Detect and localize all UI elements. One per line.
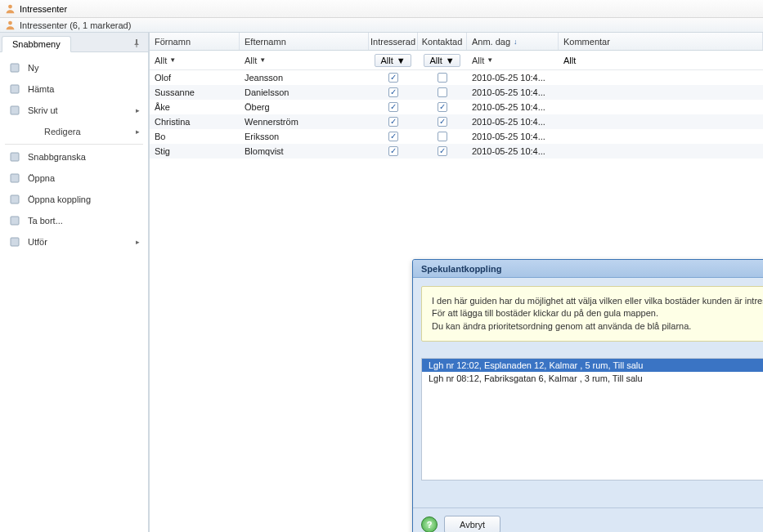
fetch-icon — [8, 83, 21, 96]
info-line: För att lägga till bostäder klickar du p… — [432, 307, 763, 320]
svg-rect-4 — [11, 106, 19, 114]
pin-icon[interactable] — [128, 37, 145, 51]
list-item[interactable]: Lgh nr 08:12, Fabriksgatan 6, Kalmar , 3… — [422, 372, 763, 385]
svg-rect-2 — [11, 64, 19, 72]
checkbox-intresserad[interactable] — [388, 117, 398, 127]
sidebar-item-label: Snabbgranska — [28, 152, 86, 162]
checkbox-intresserad[interactable] — [388, 87, 398, 97]
cell — [559, 121, 763, 123]
sidebar-item-label: Ny — [28, 63, 38, 73]
checkbox-intresserad[interactable] — [388, 102, 398, 112]
filter-kontaktad[interactable]: Allt▼ — [424, 54, 460, 67]
sidebar-item-label: Öppna — [28, 173, 55, 183]
help-icon[interactable]: ? — [421, 516, 438, 533]
cell: Åke — [150, 101, 240, 113]
submenu-arrow-icon: ▸ — [136, 238, 140, 246]
checkbox-kontaktad[interactable] — [438, 117, 447, 127]
table-row[interactable]: BoEriksson2010-05-25 10:4... — [150, 129, 763, 144]
sidebar-item-label: Hämta — [28, 84, 54, 94]
sidebar-item--ppna-koppling[interactable]: Öppna koppling — [0, 189, 148, 210]
col-header-efternamn[interactable]: Efternamn — [240, 33, 369, 50]
submenu-arrow-icon: ▸ — [136, 127, 140, 136]
info-line: Du kan ändra prioritetsordning genom att… — [432, 320, 763, 333]
checkbox-kontaktad[interactable] — [438, 102, 447, 112]
sidebar-menu: NyHämtaSkriv ut▸Redigera▸SnabbgranskaÖpp… — [0, 52, 148, 257]
checkbox-intresserad[interactable] — [388, 132, 398, 141]
cell — [559, 106, 763, 108]
checkbox-kontaktad[interactable] — [438, 146, 447, 156]
checkbox-intresserad[interactable] — [388, 73, 398, 83]
sidebar-item-snabbgranska[interactable]: Snabbgranska — [0, 146, 148, 168]
cell — [559, 77, 763, 78]
tab-snabbmeny[interactable]: Snabbmeny — [2, 36, 71, 52]
filter-kommentar[interactable] — [563, 56, 757, 65]
sidebar-item-redigera[interactable]: Redigera▸ — [0, 121, 148, 142]
sidebar-item-label: Öppna koppling — [28, 194, 91, 204]
window-subtitle: Intressenter (6, 1 markerad) — [20, 20, 131, 30]
table-row[interactable]: StigBlomqvist2010-05-25 10:4... — [150, 144, 763, 159]
document-icon — [8, 61, 21, 74]
dialog-list[interactable]: Lgh nr 12:02, Esplanaden 12, Kalmar , 5 … — [421, 358, 763, 481]
dialog-footer: ? Avbryt Slutför — [413, 507, 763, 532]
dialog-info: I den här guiden har du möjlighet att vä… — [421, 286, 763, 342]
col-header-kontaktad[interactable]: Kontaktad — [418, 33, 467, 50]
cell: Blomqvist — [240, 145, 369, 157]
cell — [369, 87, 418, 98]
cell: Wennerström — [240, 116, 369, 127]
print-icon — [8, 104, 21, 117]
svg-rect-9 — [11, 238, 19, 246]
sidebar-item--ppna[interactable]: Öppna — [0, 168, 148, 189]
list-item[interactable]: Lgh nr 12:02, Esplanaden 12, Kalmar , 5 … — [422, 359, 763, 372]
dialog-spekulantkoppling: Spekulantkoppling ✕ I den här guiden har… — [412, 259, 763, 532]
svg-rect-5 — [11, 153, 19, 161]
checkbox-kontaktad[interactable] — [438, 73, 447, 83]
submenu-arrow-icon: ▸ — [136, 106, 140, 114]
cell — [418, 116, 467, 127]
cell: Olof — [150, 72, 240, 83]
cell — [418, 145, 467, 157]
grid-filter-row: Allt▼ Allt▼ Allt▼ Allt▼ Allt▼ — [150, 51, 763, 70]
cell: Christina — [150, 116, 240, 127]
cell: 2010-05-25 10:4... — [467, 72, 559, 83]
checkbox-intresserad[interactable] — [388, 146, 398, 156]
cell: 2010-05-25 10:4... — [467, 131, 559, 142]
person-icon — [5, 20, 16, 30]
table-row[interactable]: OlofJeansson2010-05-25 10:4... — [150, 70, 763, 85]
execute-icon — [8, 235, 21, 248]
sidebar-item-utf-r[interactable]: Utför▸ — [0, 231, 148, 253]
info-line: I den här guiden har du möjlighet att vä… — [432, 295, 763, 307]
filter-efternamn[interactable]: Allt▼ — [245, 56, 266, 65]
table-row[interactable]: SussanneDanielsson2010-05-25 10:4... — [150, 85, 763, 100]
cell: Bo — [150, 131, 240, 142]
col-header-intresserad[interactable]: Intresserad — [369, 33, 418, 50]
sidebar-tabs: Snabbmeny — [0, 33, 148, 52]
cancel-button[interactable]: Avbryt — [444, 516, 500, 533]
window-subtitle-bar: Intressenter (6, 1 markerad) — [0, 18, 763, 33]
col-header-anm-dag[interactable]: Anm. dag↓ — [467, 33, 559, 50]
grid-area: Förnamn Efternamn Intresserad Kontaktad … — [149, 33, 763, 532]
filter-fornamn[interactable]: Allt▼ — [155, 56, 176, 65]
col-header-fornamn[interactable]: Förnamn — [150, 33, 240, 50]
filter-intresserad[interactable]: Allt▼ — [375, 54, 411, 67]
cell: Danielsson — [240, 87, 369, 98]
cell — [559, 150, 763, 152]
sidebar-item-label: Ta bort... — [28, 216, 63, 226]
table-row[interactable]: ChristinaWennerström2010-05-25 10:4... — [150, 114, 763, 129]
open-icon — [8, 172, 21, 185]
sidebar-item-ny[interactable]: Ny — [0, 57, 148, 78]
blank-icon — [25, 125, 38, 138]
cell — [559, 92, 763, 93]
window-title: Intressenter — [20, 4, 67, 14]
table-row[interactable]: ÅkeÖberg2010-05-25 10:4... — [150, 100, 763, 114]
sidebar-item-skriv-ut[interactable]: Skriv ut▸ — [0, 100, 148, 121]
filter-anm-dag[interactable]: Allt▼ — [472, 56, 493, 65]
grid-body: OlofJeansson2010-05-25 10:4...SussanneDa… — [150, 70, 763, 159]
checkbox-kontaktad[interactable] — [438, 132, 447, 141]
cell — [559, 136, 763, 137]
cell — [418, 72, 467, 83]
sidebar-item-h-mta[interactable]: Hämta — [0, 78, 148, 100]
cell: Stig — [150, 145, 240, 157]
checkbox-kontaktad[interactable] — [438, 87, 447, 97]
sidebar-item-ta-bort-[interactable]: Ta bort... — [0, 210, 148, 231]
col-header-kommentar[interactable]: Kommentar — [559, 33, 763, 50]
